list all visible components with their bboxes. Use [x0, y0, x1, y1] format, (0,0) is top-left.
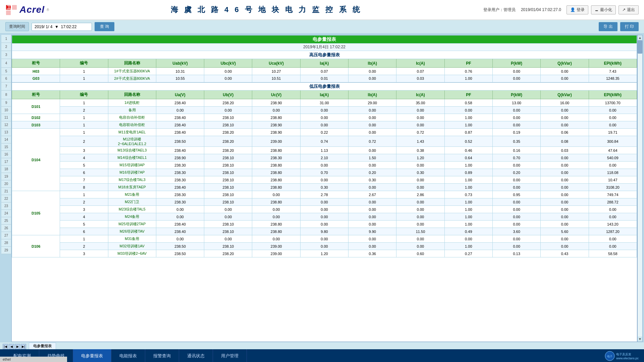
subtitle-row: 2019年1月4日 17:02:22 [12, 44, 637, 51]
scroll-up-btn[interactable]: ▲ [638, 35, 642, 40]
lv-row-19: 7 M17综合楼TAL3 238.30238.10238.80 0.000.30… [12, 176, 637, 184]
datetime-input[interactable] [32, 23, 92, 31]
hv-cabinet-1: H03 [12, 68, 60, 75]
row-num-1: 1 [1, 35, 11, 43]
nav-item-baojing[interactable]: 报警查询 [145, 349, 179, 362]
lv-row-21: D105 1 M21备用 238.30238.100.00 2.782.672.… [12, 191, 637, 198]
row-num-21: 21 [1, 188, 11, 195]
login-button[interactable]: 👤 登录 [567, 5, 588, 14]
lv-cab-d105: D105 [12, 191, 60, 235]
header-buttons: 👤 登录 🗕 最小化 ↗ 退出 [567, 5, 639, 14]
row-num-13: 13 [1, 129, 11, 136]
status-text: ethel [3, 357, 11, 361]
query-button[interactable]: 查 询 [95, 22, 114, 31]
subtitle: 2019年1月4日 17:02:22 [12, 44, 637, 51]
col-h-uca: Uca(kV) [252, 59, 300, 68]
print-button[interactable]: 打 印 [620, 22, 639, 31]
row-num-26: 26 [1, 225, 11, 232]
lv-row-23: 3 M23综合楼TAL5 0.000.000.00 0.000.000.00 1… [12, 206, 637, 213]
nav-item-yonghu[interactable]: 用户管理 [213, 349, 247, 362]
sheet-last-btn[interactable]: ▶| [21, 344, 26, 349]
col-h-cabinet: 柜号 [12, 59, 60, 68]
lv-row-18: 6 M16培训楼7AP 238.30238.10238.80 0.700.200… [12, 169, 637, 176]
lv-row-14: 2 M12培训楼2~6ALE/1ALE1.2 238.50238.20239.0… [12, 136, 637, 147]
lv-row-20: 8 M18水泵房TAEP 238.40238.10238.80 0.300.00… [12, 184, 637, 191]
svg-text:工: 工 [7, 5, 11, 10]
hv-q-1: 0.00 [541, 68, 589, 75]
col-l-ia: Ia(A) [300, 90, 348, 99]
col-l-uc: Uc(V) [252, 90, 300, 99]
export-button[interactable]: 导 出 [599, 22, 617, 31]
page-title: 海 虞 北 路 4 6 号 地 块 电 力 监 控 系 统 [49, 5, 483, 15]
hv-p-2: 0.00 [492, 75, 540, 82]
col-l-name: 回路名称 [108, 90, 156, 99]
logo-text: Acrel [19, 4, 45, 15]
high-header-row: 柜号 编号 回路名称 Uab(kV) Ubc(kV) Uca(kV) Ia(A)… [12, 59, 637, 68]
col-h-pf: PF [444, 59, 492, 68]
row-num-3: 3 [1, 51, 11, 59]
col-l-ib: Ib(A) [348, 90, 396, 99]
header: 工 Acrel® 海 虞 北 路 4 6 号 地 块 电 力 监 控 系 统 登… [0, 0, 644, 20]
row-num-16: 16 [1, 151, 11, 158]
high-section-title: 高压电参量报表 [12, 51, 637, 59]
low-header-row: 柜号 编号 回路名称 Ua(V) Ub(V) Uc(V) Ia(A) Ib(A)… [12, 90, 637, 99]
sheet-first-btn[interactable]: |◀ [3, 344, 8, 349]
col-l-pf: PF [444, 90, 492, 99]
nav-item-tongxun[interactable]: 通讯状态 [179, 349, 213, 362]
logo-icon: 工 Acrel® [5, 4, 49, 16]
hv-name-1: 1#干式变压器800KVA [108, 68, 156, 75]
brand-name: 电子及反发 [616, 352, 639, 357]
lv-row-29: 3 M33培训楼2~6AV 238.50238.20239.00 1.200.3… [12, 250, 637, 257]
header-datetime: 2019/01/04 17:02:27.0 [521, 7, 561, 12]
minimize-button[interactable]: 🗕 最小化 [591, 5, 616, 14]
sheet-next-btn[interactable]: ▶ [15, 344, 20, 349]
nav-item-diancanliang[interactable]: 电参量报表 [73, 349, 111, 362]
hv-ia-2: 0.01 [300, 75, 348, 82]
col-h-num: 编号 [60, 59, 108, 68]
hv-pf-2: 1.00 [444, 75, 492, 82]
row-num-10: 10 [1, 107, 11, 114]
lv-row-24: 4 M24备用 0.000.000.00 0.000.000.00 1.000.… [12, 213, 637, 221]
sheet-prev-btn[interactable]: ◀ [9, 344, 14, 349]
exit-button[interactable]: ↗ 退出 [619, 5, 639, 14]
lv-row-11: D102 1 电容自动补偿柜 238.40238.10238.80 0.000.… [12, 114, 637, 121]
scroll-thumb[interactable] [638, 40, 642, 54]
col-h-ubc: Ubc(kV) [204, 59, 252, 68]
hv-p-1: 0.00 [492, 68, 540, 75]
hv-uab-2: 10.55 [156, 75, 204, 82]
col-l-q: Q(kVar) [541, 90, 589, 99]
col-h-ia: Ia(A) [300, 59, 348, 68]
toolbar: 查询时间 查 询 导 出 打 印 [0, 20, 644, 34]
row-num-29: 29 [1, 247, 11, 254]
lv-row-12: D103 1 电容联动补偿柜 238.40238.10238.90 0.000.… [12, 121, 637, 129]
vertical-scrollbar[interactable]: ▲ ▼ [637, 35, 643, 342]
lv-row-28: 2 M32培训楼1AV 238.50238.10239.00 0.000.000… [12, 243, 637, 250]
lv-row-10: 2 备用 0.000.000.00 0.000.000.00 0.000.000… [12, 107, 637, 114]
row-num-17: 17 [1, 158, 11, 166]
row-num-2: 2 [1, 43, 11, 51]
header-right: 登录用户：管理员 2019/01/04 17:02:27.0 👤 登录 🗕 最小… [483, 5, 639, 14]
row-num-24: 24 [1, 210, 11, 217]
row-number-sidebar: 1 2 3 4 5 6 7 8 9 10 11 12 13 14 15 16 1… [1, 35, 11, 342]
lv-row-9: D101 1 1#进线柜 238.40238.20238.90 31.0029.… [12, 99, 637, 107]
exit-icon: ↗ [622, 7, 626, 12]
svg-rect-2 [6, 10, 11, 15]
col-h-q: Q(kVar) [541, 59, 589, 68]
hv-uca-1: 10.27 [252, 68, 300, 75]
row-num-14: 14 [1, 136, 11, 143]
high-data-row-2: G03 1 2#干式变压器800KVA 10.55 0.00 10.51 0.0… [12, 75, 637, 82]
hv-cabinet-2: G03 [12, 75, 60, 82]
hv-uab-1: 10.31 [156, 68, 204, 75]
lv-row-16: 4 M14综合楼TAEL1 238.90238.10238.30 2.101.5… [12, 154, 637, 162]
table-container[interactable]: 电参量报表 2019年1月4日 17:02:22 高压电参量报表 柜号 编号 回… [11, 35, 637, 342]
row-num-9: 9 [1, 99, 11, 107]
row-num-12: 12 [1, 121, 11, 129]
sheet-tab-active[interactable]: 电参量报表 [29, 343, 56, 349]
nav-item-dianneng[interactable]: 电能报表 [111, 349, 145, 362]
col-l-ic: Ic(A) [396, 90, 444, 99]
hv-num-1: 1 [60, 68, 108, 75]
scroll-down-btn[interactable]: ▼ [638, 337, 642, 342]
col-l-num: 编号 [60, 90, 108, 99]
logo-reg: ® [47, 8, 49, 12]
col-h-ic: Ic(A) [396, 59, 444, 68]
